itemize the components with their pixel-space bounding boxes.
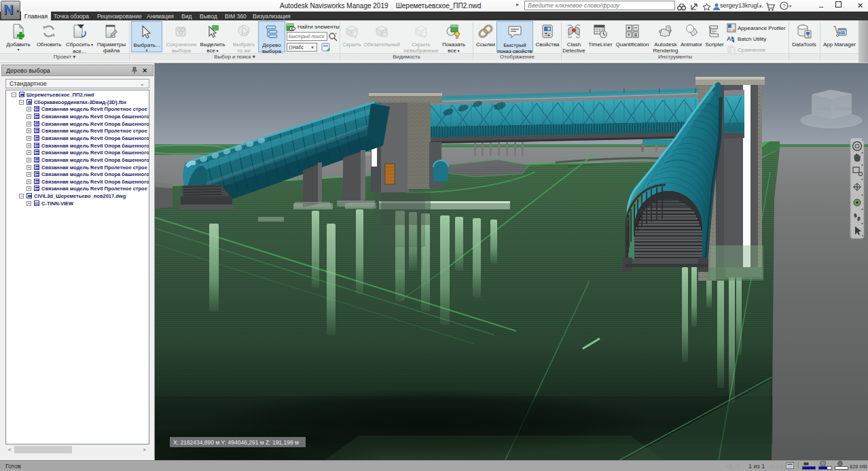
svg-text:?: ?	[782, 3, 786, 9]
svg-text:X: 2182434,890 м Y: 494046,29: X: 2182434,890 м Y: 494046,291 м Z: 191,…	[173, 439, 299, 446]
svg-text:A: A	[727, 35, 731, 42]
svg-text:Спереди: Спереди	[834, 106, 852, 111]
svg-text:S: S	[807, 34, 810, 38]
svg-text:Слева: Слева	[816, 106, 831, 111]
